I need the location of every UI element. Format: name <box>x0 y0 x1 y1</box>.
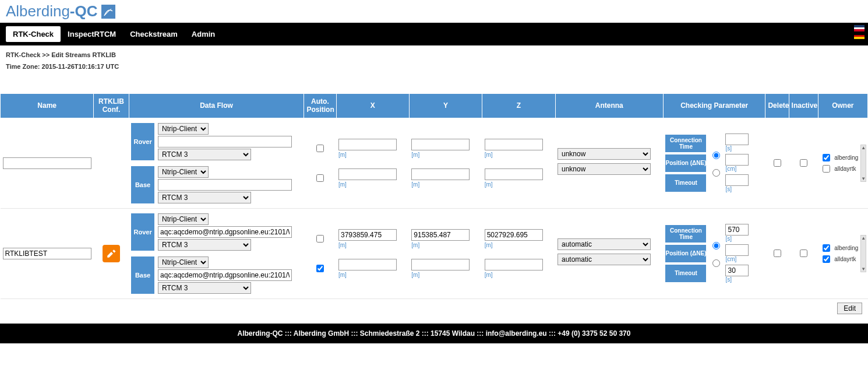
owner-checkbox[interactable] <box>823 165 830 173</box>
base-url-input[interactable] <box>158 179 292 191</box>
timezone-label: Time Zone: 2015-11-26T10:16:17 UTC <box>0 61 868 93</box>
unit-label: [m] <box>338 152 347 158</box>
unit-label: [m] <box>338 272 347 278</box>
check-mode-radio[interactable] <box>712 152 720 159</box>
position-dne-label: Position (ΔNE) <box>665 245 706 262</box>
name-input[interactable] <box>3 157 91 169</box>
logo-icon <box>101 5 115 19</box>
check-mode-radio[interactable] <box>712 242 720 250</box>
owner-name: alberding <box>834 245 858 251</box>
auto-position-checkbox[interactable] <box>316 235 324 243</box>
table-row: RoverNtrip-ClientRTCM 3BaseNtrip-ClientR… <box>1 208 868 298</box>
name-input[interactable] <box>3 248 91 259</box>
th-dataflow: Data Flow <box>129 94 304 118</box>
rover-conn-select[interactable]: Ntrip-Client <box>158 123 209 135</box>
th-rtklib: RTKLIB Conf. <box>94 94 129 118</box>
timeout-label: Timeout <box>665 174 706 192</box>
rover-url-input[interactable] <box>158 136 292 147</box>
unit-label: [s] <box>725 145 732 152</box>
base-label: Base <box>131 257 154 294</box>
auto-position-checkbox[interactable] <box>316 265 324 272</box>
antenna-select[interactable]: unknow <box>558 163 651 175</box>
flag-de-icon[interactable] <box>854 33 865 39</box>
check-mode-radio[interactable] <box>712 259 720 267</box>
rtklib-conf-button[interactable] <box>103 245 120 262</box>
rover-format-select[interactable]: RTCM 3 <box>158 239 251 251</box>
th-y: Y <box>409 94 482 118</box>
th-x: X <box>336 94 409 118</box>
th-antenna: Antenna <box>555 94 663 118</box>
unit-label: [s] <box>725 236 732 242</box>
th-owner: Owner <box>818 94 867 118</box>
y-rover-input[interactable] <box>411 229 470 241</box>
inactive-checkbox[interactable] <box>800 250 807 257</box>
owner-checkbox[interactable] <box>823 255 830 263</box>
x-base-input[interactable] <box>338 259 397 270</box>
check-mode-radio[interactable] <box>712 169 720 177</box>
nav-checkstream[interactable]: Checkstream <box>123 26 185 42</box>
logo-part1: Alberding <box>6 2 70 20</box>
unit-label: [cm] <box>725 256 736 262</box>
connection-time-label: Connection Time <box>665 135 706 152</box>
base-conn-select[interactable]: Ntrip-Client <box>158 166 209 178</box>
delete-checkbox[interactable] <box>774 159 781 167</box>
footer: Alberding-QC ::: Alberding GmbH ::: Schm… <box>0 324 868 343</box>
logo-area: Alberding-QC <box>0 0 868 23</box>
timeout-input[interactable] <box>725 265 749 276</box>
main-nav: RTK-Check InspectRTCM Checkstream Admin <box>0 23 868 45</box>
conn-time-input[interactable] <box>725 224 749 236</box>
auto-position-checkbox[interactable] <box>316 174 324 182</box>
nav-admin[interactable]: Admin <box>185 26 222 42</box>
th-checkparam: Checking Parameter <box>663 94 765 118</box>
base-format-select[interactable]: RTCM 3 <box>158 192 251 203</box>
owner-scrollbar[interactable]: ▲▼ <box>860 145 866 182</box>
rover-url-input[interactable] <box>158 226 292 238</box>
delete-checkbox[interactable] <box>774 250 781 257</box>
pos-dne-input[interactable] <box>725 154 749 166</box>
unit-label: [m] <box>485 272 493 278</box>
owner-checkbox[interactable] <box>823 154 830 161</box>
z-rover-input[interactable] <box>485 229 543 241</box>
rover-label: Rover <box>131 213 154 251</box>
base-format-select[interactable]: RTCM 3 <box>158 282 251 294</box>
rover-conn-select[interactable]: Ntrip-Client <box>158 213 209 225</box>
y-base-input[interactable] <box>411 168 470 180</box>
z-base-input[interactable] <box>485 168 543 180</box>
unit-label: [m] <box>411 181 419 188</box>
position-dne-label: Position (ΔNE) <box>665 154 706 172</box>
antenna-select[interactable]: automatic <box>558 238 651 250</box>
unit-label: [m] <box>411 242 419 248</box>
nav-inspectrtcm[interactable]: InspectRTCM <box>61 26 123 42</box>
table-row: RoverNtrip-ClientRTCM 3BaseNtrip-ClientR… <box>1 118 868 208</box>
y-rover-input[interactable] <box>411 139 470 150</box>
timeout-label: Timeout <box>665 265 706 282</box>
owner-name: alberding <box>834 154 858 161</box>
conn-time-input[interactable] <box>725 133 749 145</box>
th-name: Name <box>1 94 94 118</box>
owner-scrollbar[interactable]: ▲▼ <box>860 235 866 272</box>
unit-label: [m] <box>485 181 493 188</box>
x-base-input[interactable] <box>338 168 397 180</box>
base-url-input[interactable] <box>158 269 292 281</box>
flag-uk-icon[interactable] <box>854 25 865 31</box>
nav-rtk-check[interactable]: RTK-Check <box>6 26 61 42</box>
edit-button[interactable]: Edit <box>837 303 862 314</box>
z-rover-input[interactable] <box>485 139 543 150</box>
x-rover-input[interactable] <box>338 139 397 150</box>
connection-time-label: Connection Time <box>665 225 706 243</box>
inactive-checkbox[interactable] <box>800 159 807 167</box>
base-conn-select[interactable]: Ntrip-Client <box>158 257 209 268</box>
antenna-select[interactable]: unknow <box>558 148 651 160</box>
owner-checkbox[interactable] <box>823 244 830 252</box>
z-base-input[interactable] <box>485 259 543 270</box>
owner-name: alldayrtk <box>834 166 856 172</box>
x-rover-input[interactable] <box>338 229 397 241</box>
pos-dne-input[interactable] <box>725 244 749 256</box>
y-base-input[interactable] <box>411 259 470 270</box>
timeout-input[interactable] <box>725 174 749 186</box>
antenna-select[interactable]: automatic <box>558 254 651 265</box>
edit-row: Edit <box>0 299 868 318</box>
rover-format-select[interactable]: RTCM 3 <box>158 149 251 160</box>
auto-position-checkbox[interactable] <box>316 145 324 152</box>
base-label: Base <box>131 166 154 203</box>
